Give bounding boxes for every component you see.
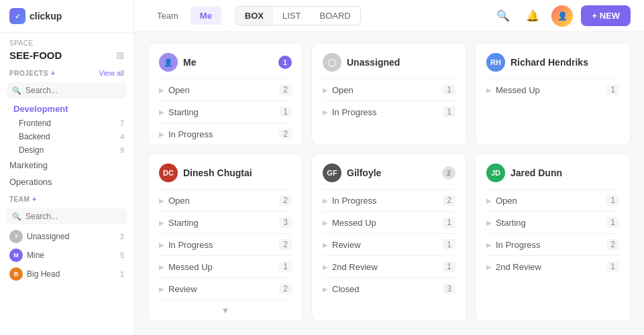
row-count: 2 <box>279 84 292 95</box>
row-chevron-icon: ▶ <box>323 241 328 249</box>
row-count: 1 <box>443 107 455 117</box>
search-button[interactable]: 🔍 <box>492 5 514 27</box>
card-user-avatar: GF <box>323 163 341 182</box>
card-row[interactable]: ▶ Open 1 <box>312 79 466 100</box>
row-label: In Progress <box>332 107 376 117</box>
card-user-name: Dinesh Chugtai <box>183 168 252 178</box>
sidebar-item-operations[interactable]: Operations <box>0 174 133 190</box>
user-card-gilfoyle: GF Gilfoyle 2 ▶ In Progress 2 ▶ Messed U… <box>311 153 467 322</box>
project-search-input[interactable] <box>25 86 121 95</box>
tab-box[interactable]: BOX <box>235 7 273 25</box>
sidebar-header: ✓ clickup <box>0 0 133 33</box>
row-count: 1 <box>606 195 619 206</box>
card-user-name: Gilfoyle <box>347 168 381 178</box>
row-chevron-icon: ▶ <box>323 86 328 94</box>
card-header: DC Dinesh Chugtai <box>148 154 303 189</box>
row-label: Starting <box>496 218 526 228</box>
cards-content: 👤 Me 1 ▶ Open 2 ▶ Starting 1 ▶ <box>134 32 644 335</box>
sidebar-member-mine[interactable]: M Mine 5 <box>0 246 133 265</box>
row-chevron-icon: ▶ <box>323 197 328 204</box>
project-search-box[interactable]: 🔍 <box>7 82 127 98</box>
card-row[interactable]: ▶ 2nd Review 1 <box>476 256 630 277</box>
design-count: 9 <box>120 146 124 154</box>
logo[interactable]: ✓ clickup <box>9 8 62 24</box>
card-row[interactable]: ▶ In Progress 2 <box>476 234 630 255</box>
tab-board[interactable]: BOARD <box>311 7 360 25</box>
row-label: Messed Up <box>168 262 213 272</box>
space-name[interactable]: SEE-FOOD ⊞ <box>9 50 124 61</box>
tab-list[interactable]: LIST <box>273 7 310 25</box>
row-count: 3 <box>279 217 292 228</box>
row-label: Open <box>332 85 354 95</box>
card-row[interactable]: ▶ Messed Up 1 <box>148 256 303 277</box>
card-row[interactable]: ▶ In Progress 1 <box>312 101 466 123</box>
nav-tab-team[interactable]: Team <box>148 7 188 25</box>
team-add-icon[interactable]: + <box>32 196 36 203</box>
row-chevron-icon: ▶ <box>159 86 164 94</box>
card-row[interactable]: ▶ In Progress 2 <box>148 123 303 145</box>
main-area: Team Me BOX LIST BOARD 🔍 🔔 � <box>134 0 644 335</box>
row-count: 1 <box>606 261 619 272</box>
card-row[interactable]: ▶ Review 1 <box>312 234 466 255</box>
sidebar-toggle-icon[interactable]: ⊞ <box>116 50 124 61</box>
mine-count: 5 <box>120 251 124 259</box>
bighead-name: Big Head <box>27 269 60 279</box>
card-header: GF Gilfoyle 2 <box>312 154 466 189</box>
row-label: Closed <box>332 284 359 294</box>
expand-button[interactable]: ▼ <box>148 300 303 321</box>
sidebar-member-bighead[interactable]: B Big Head 1 <box>0 265 133 283</box>
card-row[interactable]: ▶ Messed Up 1 <box>476 79 630 100</box>
notifications-button[interactable]: 🔔 <box>522 5 543 27</box>
card-badge: 1 <box>278 56 292 69</box>
card-user-avatar: ◯ <box>323 53 341 72</box>
sidebar-item-design[interactable]: Design 9 <box>0 143 133 157</box>
card-user-name: Unassigned <box>347 57 400 68</box>
new-button[interactable]: + NEW <box>581 5 631 26</box>
sidebar-item-marketing[interactable]: Marketing <box>0 157 133 174</box>
user-card-me: 👤 Me 1 ▶ Open 2 ▶ Starting 1 ▶ <box>148 43 303 145</box>
row-chevron-icon: ▶ <box>159 131 164 138</box>
card-row[interactable]: ▶ In Progress 2 <box>148 234 303 255</box>
unassigned-name: Unassigned <box>27 232 69 241</box>
card-header: JD Jared Dunn <box>476 154 630 189</box>
card-user-avatar: DC <box>159 163 178 182</box>
user-card-richard-hendriks: RH Richard Hendriks ▶ Messed Up 1 <box>475 43 631 145</box>
row-count: 2 <box>279 239 292 250</box>
card-row[interactable]: ▶ In Progress 2 <box>312 190 466 211</box>
sidebar-item-frontend[interactable]: Frontend 7 <box>0 117 133 130</box>
card-user-avatar: JD <box>486 163 505 182</box>
row-count: 1 <box>443 239 455 250</box>
card-row[interactable]: ▶ Open 1 <box>476 190 630 211</box>
card-row[interactable]: ▶ Starting 3 <box>148 212 303 233</box>
projects-add-icon[interactable]: + <box>51 70 55 77</box>
card-row[interactable]: ▶ Open 2 <box>148 79 303 100</box>
row-count: 3 <box>443 283 455 294</box>
view-all-link[interactable]: View all <box>99 69 124 77</box>
user-avatar-button[interactable]: 👤 <box>551 5 573 27</box>
project-name[interactable]: Development <box>0 101 133 117</box>
card-row[interactable]: ▶ Starting 1 <box>148 101 303 123</box>
sidebar-member-unassigned[interactable]: ? Unassigned 2 <box>0 227 133 246</box>
team-section-header: TEAM + <box>0 190 133 206</box>
card-row[interactable]: ▶ Starting 1 <box>476 212 630 233</box>
mine-avatar: M <box>9 249 23 262</box>
row-label: In Progress <box>496 240 540 250</box>
card-row[interactable]: ▶ 2nd Review 1 <box>312 256 466 277</box>
row-count: 1 <box>279 107 292 117</box>
row-label: 2nd Review <box>332 262 378 272</box>
row-count: 2 <box>606 239 619 250</box>
sidebar-item-backend[interactable]: Backend 4 <box>0 130 133 143</box>
row-count: 1 <box>443 217 455 228</box>
row-chevron-icon: ▶ <box>323 109 328 116</box>
view-type-tabs: BOX LIST BOARD <box>235 6 361 25</box>
team-search-box[interactable]: 🔍 <box>7 208 127 224</box>
card-row[interactable]: ▶ Review 2 <box>148 278 303 299</box>
row-label: In Progress <box>332 196 376 206</box>
team-search-input[interactable] <box>25 212 121 221</box>
row-label: Open <box>168 196 190 206</box>
card-row[interactable]: ▶ Closed 3 <box>312 278 466 299</box>
card-row[interactable]: ▶ Messed Up 1 <box>312 212 466 233</box>
row-label: Messed Up <box>496 85 540 95</box>
card-row[interactable]: ▶ Open 2 <box>148 190 303 211</box>
nav-tab-me[interactable]: Me <box>191 7 221 25</box>
